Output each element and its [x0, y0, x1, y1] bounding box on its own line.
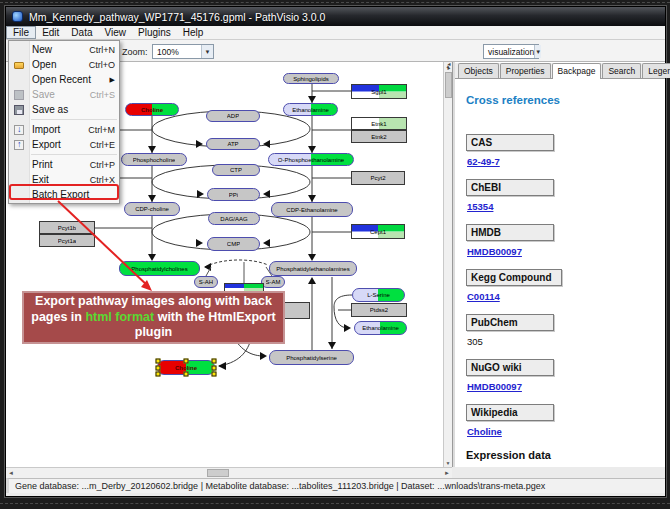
- splitter-grip[interactable]: ◄►: [444, 62, 454, 71]
- menu-help[interactable]: Help: [177, 26, 210, 39]
- pathway-node-etnk2[interactable]: Etnk2: [351, 130, 407, 143]
- backpage-link[interactable]: HMDB00097: [467, 381, 522, 392]
- file-menu-item-label: Save as: [29, 104, 115, 115]
- chevron-down-icon[interactable]: ▼: [534, 45, 541, 58]
- backpage-section-header: HMDB: [466, 224, 554, 241]
- pathway-node-o-phosphoethanolamine[interactable]: O-Phosphoethanolamine: [268, 153, 354, 166]
- pathway-node-s-am[interactable]: S-AM: [261, 276, 285, 288]
- menu-view[interactable]: View: [98, 26, 132, 39]
- node-label: ADP: [227, 113, 239, 119]
- pathway-node-phosphatidylserine[interactable]: Phosphatidylserine: [269, 350, 354, 365]
- node-label: Pcyt1a: [58, 238, 76, 244]
- file-menu-item-open[interactable]: OpenCtrl+O: [9, 57, 119, 72]
- pathway-node-atp[interactable]: ATP: [206, 138, 260, 150]
- backpage-section-header: PubChem: [466, 314, 554, 331]
- selection-handle[interactable]: [212, 372, 217, 377]
- selection-handle[interactable]: [156, 365, 161, 370]
- backpage-section-value: 62-49-7: [467, 156, 665, 167]
- file-menu-item-open-recent[interactable]: Open Recent▶: [9, 72, 119, 87]
- backpage-link[interactable]: 62-49-7: [467, 156, 500, 167]
- pathway-node-choline[interactable]: Choline: [157, 360, 215, 375]
- pathway-node-cept1[interactable]: Cept1: [351, 224, 405, 239]
- canvas-horizontal-scrollbar[interactable]: ◄ ►: [6, 467, 452, 478]
- pathway-node-cdp-choline[interactable]: CDP-choline: [124, 202, 180, 216]
- pathway-node-pcyt1a[interactable]: Pcyt1a: [39, 234, 95, 247]
- node-label: Sphingolipids: [293, 76, 329, 82]
- pathway-node-pcyt2[interactable]: Pcyt2: [351, 171, 405, 185]
- file-menu-item-import[interactable]: ImportCtrl+M: [9, 122, 119, 137]
- pathway-node-ppi[interactable]: PPi: [207, 188, 260, 201]
- selection-handle[interactable]: [212, 359, 217, 364]
- node-label: ATP: [227, 141, 238, 147]
- scroll-right-icon[interactable]: ►: [444, 470, 450, 476]
- node-label: Etnk1: [371, 121, 386, 127]
- file-menu-item-batch-export[interactable]: Batch Export: [9, 187, 119, 202]
- new-file-icon: [14, 45, 24, 55]
- selection-handle[interactable]: [184, 359, 189, 364]
- pathway-node-phosphatidylethanolamines[interactable]: Phosphatidylethanolamines: [269, 261, 357, 276]
- file-menu-item-save-as[interactable]: Save as: [9, 102, 119, 117]
- selection-handle[interactable]: [212, 365, 217, 370]
- tab-backpage[interactable]: Backpage: [552, 63, 602, 79]
- pathway-node-sphingolipids[interactable]: Sphingolipids: [283, 73, 339, 84]
- file-menu-item-save[interactable]: SaveCtrl+S: [9, 87, 119, 102]
- file-menu-item-new[interactable]: NewCtrl+N: [9, 42, 119, 57]
- chevron-down-icon[interactable]: ▼: [201, 45, 213, 58]
- selection-handle[interactable]: [184, 372, 189, 377]
- canvas-vertical-scrollbar[interactable]: ▲ ▼: [443, 62, 452, 467]
- annotation-text-after: with the HtmlExport plugin: [135, 310, 276, 340]
- menu-data[interactable]: Data: [65, 26, 98, 39]
- pathway-node-ethanolamine[interactable]: Ethanolamine: [354, 321, 407, 335]
- file-menu-item-label: Batch Export: [29, 189, 115, 200]
- pathway-node-etnk1[interactable]: Etnk1: [351, 117, 407, 130]
- tab-legend[interactable]: Legend: [642, 63, 670, 78]
- pathway-node-ethanolamine[interactable]: Ethanolamine: [283, 103, 338, 116]
- menu-file[interactable]: File: [6, 26, 36, 39]
- tab-objects[interactable]: Objects: [458, 63, 499, 78]
- pathway-node-phosphatidylcholines[interactable]: Phosphatidylcholines: [119, 261, 200, 276]
- horizontal-scroll-thumb[interactable]: [207, 469, 229, 477]
- pathway-node-dag-aag[interactable]: DAG/AAG: [208, 212, 260, 225]
- menu-plugins[interactable]: Plugins: [132, 26, 177, 39]
- pathway-node-pcyt1b[interactable]: Pcyt1b: [39, 221, 95, 234]
- shortcut-label: Ctrl+S: [90, 90, 115, 100]
- node-label: Pcyt1b: [58, 225, 76, 231]
- pathway-node-l-serine[interactable]: L-Serine: [352, 288, 405, 302]
- pathway-node-choline[interactable]: Choline: [125, 103, 179, 116]
- visualization-combobox[interactable]: visualization ▼: [483, 44, 539, 59]
- vertical-scroll-thumb[interactable]: [445, 72, 452, 98]
- backpage-link[interactable]: 15354: [467, 201, 493, 212]
- annotation-highlight: html format: [85, 310, 154, 324]
- file-menu-item-label: Save: [29, 89, 90, 100]
- pathway-node-cmp[interactable]: CMP: [207, 237, 260, 251]
- node-label: Etnk2: [371, 134, 386, 140]
- menu-edit[interactable]: Edit: [36, 26, 65, 39]
- file-menu-item-export[interactable]: ExportCtrl+E: [9, 137, 119, 152]
- file-menu-item-print[interactable]: PrintCtrl+P: [9, 157, 119, 172]
- file-menu-item-exit[interactable]: ExitCtrl+X: [9, 172, 119, 187]
- zoom-combobox[interactable]: 100% ▼: [152, 44, 214, 59]
- pathway-node-adp[interactable]: ADP: [206, 110, 260, 122]
- backpage-link[interactable]: HMDB00097: [467, 246, 522, 257]
- file-menu-item-label: Exit: [29, 174, 90, 185]
- pathway-node-ctp[interactable]: CTP: [212, 164, 260, 176]
- backpage-link[interactable]: Choline: [467, 426, 502, 437]
- tab-properties[interactable]: Properties: [500, 63, 551, 78]
- tab-search[interactable]: Search: [602, 63, 641, 78]
- node-label: PPi: [229, 192, 238, 198]
- title-bar[interactable]: Mm_Kennedy_pathway_WP1771_45176.gpml - P…: [6, 7, 665, 26]
- pathway-node-ptdss2[interactable]: Ptdss2: [351, 303, 407, 317]
- selection-handle[interactable]: [156, 359, 161, 364]
- pathway-node-sgpl1[interactable]: Sgpl1: [351, 84, 407, 99]
- pathway-node[interactable]: [284, 302, 310, 319]
- zoom-label: Zoom:: [122, 47, 148, 57]
- pathway-node-phosphocholine[interactable]: Phosphocholine: [121, 153, 187, 166]
- scroll-left-icon[interactable]: ◄: [8, 470, 14, 476]
- selection-handle[interactable]: [156, 372, 161, 377]
- pathway-node-s-ah[interactable]: S-AH: [194, 276, 218, 288]
- backpage-link[interactable]: C00114: [467, 291, 500, 302]
- backpage-section-value: Choline: [467, 426, 665, 437]
- node-label: CMP: [227, 241, 240, 247]
- pathway-node-cdp-ethanolamine[interactable]: CDP-Ethanolamine: [271, 202, 353, 217]
- scroll-down-icon[interactable]: ▼: [444, 459, 452, 467]
